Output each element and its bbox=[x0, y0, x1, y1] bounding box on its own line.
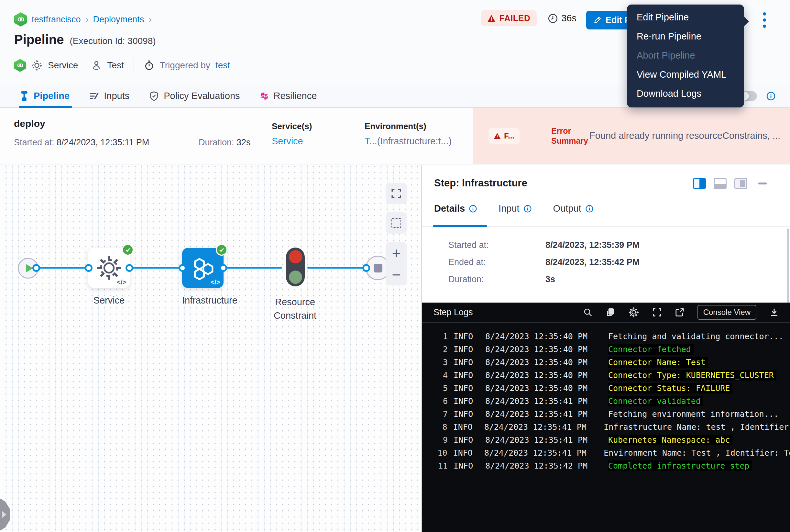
gear-icon[interactable] bbox=[628, 307, 639, 318]
environment-link[interactable]: T... bbox=[365, 136, 377, 146]
pipeline-canvas[interactable]: </> Service </> Infrastructure Resource … bbox=[0, 165, 421, 532]
tab-label: Output bbox=[553, 203, 581, 214]
zoom-in-button[interactable]: + bbox=[392, 246, 401, 261]
tab-policy-evaluations[interactable]: Policy Evaluations bbox=[149, 85, 240, 107]
step-logs-title: Step Logs bbox=[433, 307, 473, 318]
resilience-icon bbox=[259, 91, 269, 101]
step-panel-title: Step: Infrastructure bbox=[434, 177, 527, 189]
breadcrumb-project-link[interactable]: testfrancisco bbox=[32, 15, 81, 24]
stage-name[interactable]: deploy bbox=[14, 118, 45, 129]
edge-port bbox=[178, 264, 186, 272]
service-tag-label[interactable]: Service bbox=[48, 60, 78, 71]
stop-icon bbox=[374, 264, 382, 272]
edge bbox=[223, 267, 282, 269]
menu-item-edit-pipeline[interactable]: Edit Pipeline bbox=[627, 8, 744, 27]
zoom-out-button[interactable]: − bbox=[392, 267, 401, 282]
tab-label: Inputs bbox=[104, 91, 129, 101]
triggered-by-label: Triggered by bbox=[160, 60, 210, 71]
divider bbox=[134, 58, 134, 73]
panel-tabs: Details Input Output bbox=[434, 203, 594, 214]
hexagons-icon bbox=[189, 254, 216, 282]
log-row: 4INFO8/24/2023 12:35:40 PMConnector Type… bbox=[422, 368, 790, 381]
module-icon bbox=[14, 59, 26, 72]
chevron-right-icon: › bbox=[149, 14, 152, 25]
layout-vertical-split-icon[interactable] bbox=[693, 178, 706, 189]
log-row: 7INFO8/24/2023 12:35:41 PMFetching envir… bbox=[422, 407, 790, 420]
tab-input[interactable]: Input bbox=[499, 203, 532, 214]
external-link-icon[interactable] bbox=[675, 307, 685, 317]
minimize-panel-button[interactable] bbox=[758, 183, 767, 185]
pipeline-icon bbox=[19, 91, 29, 101]
field-row: Started at: 8/24/2023, 12:35:39 PM bbox=[448, 240, 640, 250]
console-view-button[interactable]: Console View bbox=[697, 305, 756, 320]
tab-resilience[interactable]: Resilience bbox=[259, 85, 317, 107]
fullscreen-icon[interactable] bbox=[652, 307, 662, 317]
service-link[interactable]: Service bbox=[272, 136, 312, 147]
node-service[interactable]: </> bbox=[88, 248, 130, 288]
started-label: Started at: bbox=[14, 137, 54, 147]
clock-icon bbox=[548, 13, 558, 24]
node-label-resource-constraint: Resource Constraint bbox=[259, 295, 331, 322]
edge-port bbox=[126, 264, 133, 272]
status-cluster: FAILED 36s bbox=[481, 11, 577, 26]
edge bbox=[307, 267, 369, 269]
menu-item-view-compiled-yaml[interactable]: View Compiled YAML bbox=[627, 65, 744, 84]
info-icon[interactable] bbox=[469, 205, 477, 213]
field-label: Started at: bbox=[448, 240, 545, 250]
tab-label: Details bbox=[434, 203, 465, 214]
log-row: 11INFO8/24/2023 12:35:42 PMCompleted inf… bbox=[422, 459, 790, 472]
failed-mini-text: F... bbox=[504, 131, 514, 140]
canvas-fullscreen-button[interactable] bbox=[386, 183, 407, 204]
edge bbox=[35, 267, 90, 269]
edge-port bbox=[362, 264, 370, 272]
execution-id: (Execution Id: 30098) bbox=[70, 36, 156, 46]
node-infrastructure[interactable]: </> bbox=[182, 248, 224, 288]
search-icon[interactable] bbox=[583, 307, 593, 317]
stage-started: Started at: 8/24/2023, 12:35:11 PM bbox=[14, 137, 149, 148]
node-label-infrastructure: Infrastructure bbox=[182, 295, 224, 306]
layout-right-panel-icon[interactable] bbox=[734, 178, 747, 189]
error-summary-message[interactable]: Found already running resourceConstrains… bbox=[590, 130, 780, 141]
tab-label: Resilience bbox=[274, 91, 317, 101]
error-summary-region: F... Error Summary Found already running… bbox=[473, 108, 790, 164]
services-column: Service(s) Service bbox=[272, 121, 312, 147]
status-text: FAILED bbox=[500, 13, 530, 23]
info-icon[interactable] bbox=[523, 205, 532, 213]
active-tab-underline bbox=[433, 225, 487, 227]
shield-check-icon bbox=[149, 91, 159, 101]
canvas-select-button[interactable] bbox=[386, 212, 407, 234]
module-icon bbox=[14, 12, 27, 26]
tab-pipeline[interactable]: Pipeline bbox=[19, 85, 70, 107]
success-check-icon bbox=[216, 244, 227, 255]
info-icon[interactable] bbox=[585, 205, 594, 213]
test-tag-label[interactable]: Test bbox=[107, 60, 123, 71]
tab-inputs[interactable]: Inputs bbox=[89, 85, 129, 107]
infrastructure-link[interactable]: t... bbox=[438, 136, 448, 146]
duration-label: Duration: bbox=[199, 137, 234, 147]
edge-port bbox=[85, 264, 93, 272]
warning-icon bbox=[487, 15, 496, 22]
layout-horizontal-split-icon[interactable] bbox=[714, 178, 727, 189]
environment-infra-label: (Infrastructure: bbox=[377, 136, 438, 146]
step-logs-header: Step Logs bbox=[422, 303, 790, 323]
more-options-button[interactable] bbox=[759, 12, 769, 28]
tab-details[interactable]: Details bbox=[434, 203, 477, 214]
triggered-by-user-link[interactable]: test bbox=[215, 60, 230, 71]
code-glyph: </> bbox=[117, 278, 127, 286]
panel-expand-handle[interactable] bbox=[0, 498, 10, 531]
menu-item-download-logs[interactable]: Download Logs bbox=[627, 84, 744, 103]
red-light-icon bbox=[289, 250, 302, 263]
breadcrumb-deployments-link[interactable]: Deployments bbox=[93, 15, 144, 24]
stopwatch-icon bbox=[143, 60, 155, 71]
node-resource-constraint[interactable] bbox=[286, 248, 305, 286]
error-summary-label: Error Summary bbox=[551, 126, 590, 146]
step-logs-panel: Step Logs bbox=[422, 303, 790, 532]
download-icon[interactable] bbox=[769, 307, 779, 317]
menu-item-rerun-pipeline[interactable]: Re-run Pipeline bbox=[627, 27, 744, 46]
tab-output[interactable]: Output bbox=[553, 203, 594, 214]
info-icon[interactable] bbox=[766, 91, 776, 101]
menu-item-abort-pipeline[interactable]: Abort Pipeline bbox=[627, 46, 744, 65]
copy-icon[interactable] bbox=[605, 307, 615, 317]
marquee-icon bbox=[391, 218, 401, 228]
main-area: </> Service </> Infrastructure Resource … bbox=[0, 165, 790, 532]
